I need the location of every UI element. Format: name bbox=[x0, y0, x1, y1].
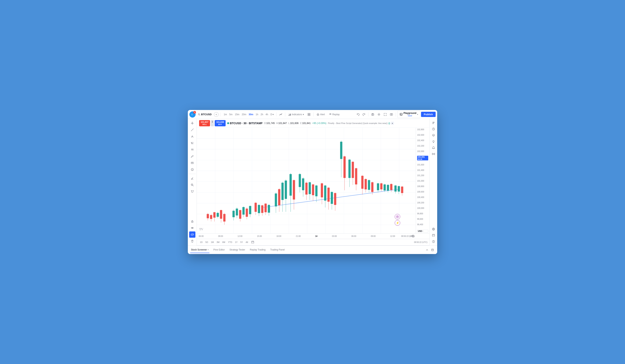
eraser-tool[interactable] bbox=[189, 175, 195, 181]
logo[interactable]: t 1 bbox=[189, 111, 196, 117]
tab-trading-panel[interactable]: Trading Panel bbox=[269, 247, 285, 253]
ideas-button[interactable] bbox=[431, 139, 436, 144]
signal-button[interactable] bbox=[431, 151, 436, 157]
replay-icon bbox=[329, 113, 332, 116]
period-3m[interactable]: 3M bbox=[215, 241, 220, 244]
layers-button[interactable] bbox=[431, 133, 436, 138]
period-5d[interactable]: 5D bbox=[204, 241, 209, 244]
history-button[interactable] bbox=[431, 126, 436, 132]
target-button[interactable] bbox=[431, 226, 436, 232]
tf-1h[interactable]: 1h bbox=[255, 112, 259, 116]
svg-rect-115 bbox=[268, 205, 270, 213]
indicators-arrow: ▾ bbox=[303, 113, 304, 116]
alert-button[interactable]: Alert bbox=[315, 112, 327, 117]
undo-button[interactable] bbox=[355, 112, 361, 117]
svg-point-42 bbox=[193, 150, 193, 150]
tf-4h[interactable]: 4h bbox=[265, 112, 269, 116]
templates-button[interactable] bbox=[306, 112, 312, 117]
publish-button[interactable]: Publish bbox=[421, 112, 436, 117]
svg-point-27 bbox=[192, 123, 193, 124]
indicators-button[interactable]: Indicators ▾ bbox=[287, 112, 306, 117]
svg-line-43 bbox=[191, 157, 191, 158]
chart-timestamp: 08:50:22 (UTC) bbox=[414, 241, 427, 243]
bottom-panel: Stock Screener ▾ Pine Editor Strategy Te… bbox=[188, 246, 437, 254]
tab-stock-screener[interactable]: Stock Screener ▾ bbox=[190, 247, 209, 253]
lightning-button[interactable]: ⚡ bbox=[395, 220, 400, 225]
watchlist-button[interactable] bbox=[431, 120, 436, 126]
settings-button[interactable] bbox=[376, 112, 382, 117]
photo-button[interactable] bbox=[389, 112, 394, 117]
lock-tool[interactable] bbox=[189, 218, 195, 224]
add-symbol-button[interactable]: + bbox=[214, 112, 219, 117]
stock-screener-caret: ▾ bbox=[208, 249, 209, 251]
replay-button[interactable]: Replay bbox=[327, 112, 341, 117]
currency-selector[interactable]: USD ▾ bbox=[417, 230, 428, 233]
tf-1m[interactable]: 1m bbox=[223, 112, 228, 116]
tf-day-dropdown[interactable]: D ▾ bbox=[269, 112, 275, 116]
tab-strategy-tester[interactable]: Strategy Tester bbox=[229, 247, 246, 253]
svg-rect-135 bbox=[309, 182, 311, 194]
compare-button[interactable] bbox=[278, 112, 283, 117]
drawing-tools[interactable] bbox=[189, 147, 195, 153]
alerts-panel-button[interactable] bbox=[431, 145, 436, 150]
pine-toggle[interactable]: ▲ bbox=[391, 122, 394, 125]
svg-rect-181 bbox=[398, 186, 400, 192]
playground-arrow: ▾ bbox=[417, 113, 418, 115]
tf-2h[interactable]: 2h bbox=[260, 112, 264, 116]
tab-replay-trading[interactable]: Replay Trading bbox=[249, 247, 266, 253]
svg-rect-206 bbox=[432, 234, 435, 236]
low-item: L 101,606 bbox=[288, 122, 298, 125]
tf-20m[interactable]: 20m bbox=[241, 112, 247, 116]
svg-rect-99 bbox=[239, 210, 241, 219]
panel-collapse-button[interactable] bbox=[425, 248, 429, 252]
symbol-search[interactable]: BTCUSD bbox=[196, 112, 213, 117]
zoom-tool[interactable] bbox=[189, 182, 195, 188]
zoom-plus-button[interactable] bbox=[395, 214, 400, 219]
help-button[interactable] bbox=[431, 239, 436, 244]
high-item: H 101,847 bbox=[276, 122, 287, 125]
period-1y[interactable]: 1Y bbox=[234, 241, 239, 244]
tab-pine-editor[interactable]: Pine Editor bbox=[213, 247, 226, 253]
calendar-rt-button[interactable] bbox=[431, 233, 436, 238]
tf-5m[interactable]: 5m bbox=[228, 112, 234, 116]
magnet-tool[interactable] bbox=[189, 188, 195, 195]
svg-rect-109 bbox=[258, 205, 260, 213]
svg-rect-119 bbox=[278, 189, 280, 205]
line-tool[interactable] bbox=[189, 127, 195, 133]
period-1d[interactable]: 1D bbox=[199, 241, 204, 244]
label-tool[interactable] bbox=[189, 160, 195, 166]
period-1m[interactable]: 1M bbox=[210, 241, 215, 244]
emoji-tool[interactable] bbox=[189, 167, 195, 173]
period-5y[interactable]: 5Y bbox=[239, 241, 244, 244]
sell-button[interactable]: 101,837 SELL bbox=[199, 120, 210, 126]
calendar-button[interactable] bbox=[250, 240, 255, 245]
period-ytd[interactable]: YTD bbox=[227, 241, 233, 244]
tf-15m[interactable]: 15m bbox=[234, 112, 240, 116]
text-tool[interactable] bbox=[189, 133, 195, 140]
svg-line-52 bbox=[193, 185, 193, 186]
pen-tool[interactable] bbox=[189, 153, 195, 159]
svg-rect-159 bbox=[355, 168, 357, 184]
playground-button[interactable]: Playground Save ▾ bbox=[397, 111, 420, 118]
fibonacci-tool[interactable] bbox=[189, 140, 195, 146]
buy-button[interactable]: 101,838 BUY bbox=[215, 120, 226, 126]
svg-rect-17 bbox=[390, 113, 393, 115]
crosshair-tool[interactable] bbox=[189, 120, 195, 126]
svg-rect-95 bbox=[232, 211, 235, 217]
fullscreen-button[interactable] bbox=[382, 112, 388, 117]
visibility-tool[interactable] bbox=[189, 225, 195, 231]
svg-rect-147 bbox=[331, 192, 333, 204]
chart-canvas-area[interactable]: TV ⚡ 102,800 102,600 102,400 102,2 bbox=[197, 128, 429, 233]
tf-30m[interactable]: 30m bbox=[248, 112, 254, 116]
panel-maximize-button[interactable] bbox=[430, 248, 435, 252]
svg-rect-131 bbox=[302, 178, 304, 190]
svg-rect-8 bbox=[308, 113, 309, 114]
link-tool[interactable] bbox=[189, 231, 195, 238]
redo-button[interactable] bbox=[361, 112, 367, 117]
period-all[interactable]: All bbox=[245, 241, 249, 244]
period-bar: 1D 5D 1M 3M 6M YTD 1Y 5Y All 08:50:22 (U… bbox=[197, 239, 429, 246]
period-6m[interactable]: 6M bbox=[221, 241, 226, 244]
svg-rect-189 bbox=[251, 241, 254, 243]
camera-button[interactable] bbox=[370, 112, 375, 117]
trash-tool[interactable] bbox=[189, 238, 195, 244]
